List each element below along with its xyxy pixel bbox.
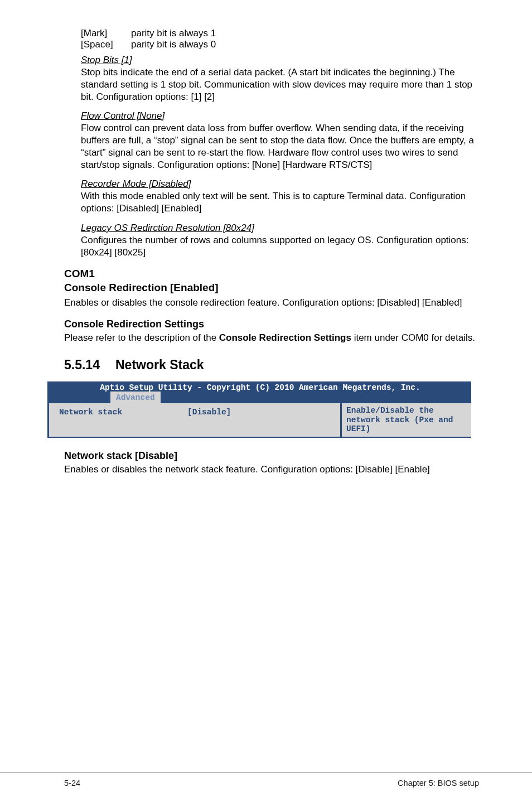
definition-list: [Mark] parity bit is always 1 [Space] pa…: [81, 28, 482, 50]
footer-page-number: 5-24: [64, 779, 80, 787]
bios-tab-advanced: Advanced: [110, 392, 161, 403]
bios-tabs-row: Advanced: [49, 392, 471, 403]
bios-left-pane: Network stack [Disable]: [49, 403, 340, 437]
bios-header: Aptio Setup Utility - Copyright (C) 2010…: [49, 381, 471, 403]
bios-screenshot: Aptio Setup Utility - Copyright (C) 2010…: [47, 381, 471, 438]
heading-com1: COM1: [64, 267, 482, 281]
sub-item-stop-bits: Stop Bits [1] Stop bits indicate the end…: [81, 55, 482, 103]
sub-title: Recorder Mode [Disabled]: [81, 178, 482, 190]
sub-body: With this mode enabled only text will be…: [81, 190, 482, 215]
bios-help-pane: Enable/Disable the network stack (Pxe an…: [340, 403, 471, 437]
def-desc-mark: parity bit is always 1: [131, 28, 216, 39]
crs-body-post: item under COM0 for details.: [351, 332, 475, 343]
sub-body: Configures the number of rows and column…: [81, 234, 482, 259]
page-footer: 5-24 Chapter 5: BIOS setup: [0, 772, 532, 787]
sub-item-recorder-mode: Recorder Mode [Disabled] With this mode …: [81, 178, 482, 215]
heading-console-redirection-settings: Console Redirection Settings: [64, 318, 482, 330]
section-title: Network Stack: [115, 357, 204, 373]
sub-title: Flow Control [None]: [81, 110, 482, 122]
footer-chapter: Chapter 5: BIOS setup: [398, 779, 479, 787]
bios-item-label: Network stack: [59, 408, 187, 433]
crs-body-pre: Please refer to the description of the: [64, 332, 219, 343]
crs-body: Please refer to the description of the C…: [64, 332, 482, 344]
section-number: 5.5.14: [64, 357, 115, 373]
sub-item-flow-control: Flow Control [None] Flow control can pre…: [81, 110, 482, 171]
bios-body: Network stack [Disable] Enable/Disable t…: [49, 403, 471, 437]
sub-title: Legacy OS Redirction Resolution [80x24]: [81, 223, 482, 234]
com1-body: Enables or disables the console redirect…: [64, 297, 482, 309]
sub-item-legacy-os: Legacy OS Redirction Resolution [80x24] …: [81, 223, 482, 259]
heading-network-stack: Network stack [Disable]: [64, 450, 482, 462]
definition-row: [Mark] parity bit is always 1: [81, 28, 482, 39]
def-term-space: [Space]: [81, 39, 131, 50]
com1-section: COM1 Console Redirection [Enabled] Enabl…: [64, 267, 482, 308]
heading-console-redirection: Console Redirection [Enabled]: [64, 281, 482, 295]
network-stack-body: Enables or disables the network stack fe…: [64, 463, 482, 476]
def-term-mark: [Mark]: [81, 28, 131, 39]
sub-body: Stop bits indicate the end of a serial d…: [81, 66, 482, 103]
definition-row: [Space] parity bit is always 0: [81, 39, 482, 50]
bios-item-value: [Disable]: [187, 408, 231, 433]
crs-body-bold: Console Redirection Settings: [219, 332, 351, 343]
section-heading: 5.5.14 Network Stack: [64, 357, 482, 373]
def-desc-space: parity bit is always 0: [131, 39, 216, 50]
bios-header-text: Aptio Setup Utility - Copyright (C) 2010…: [100, 381, 420, 392]
sub-body: Flow control can prevent data loss from …: [81, 122, 482, 171]
sub-title: Stop Bits [1]: [81, 55, 482, 66]
